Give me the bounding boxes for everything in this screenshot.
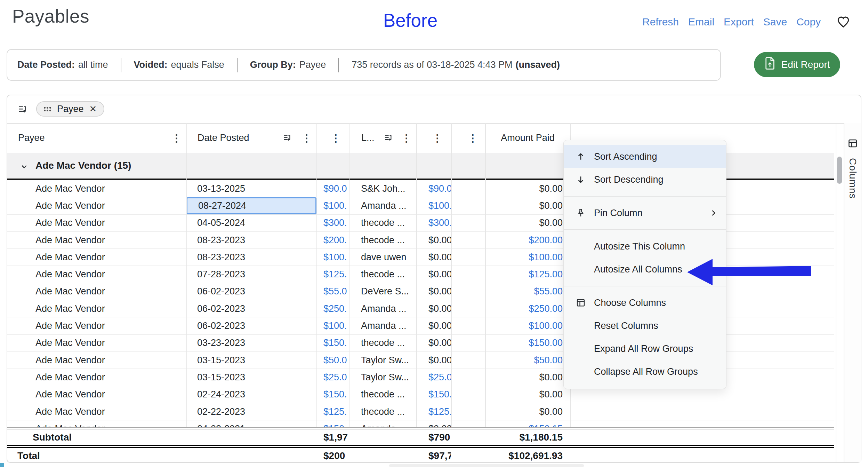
horizontal-scrollbar-fragment[interactable] — [389, 464, 584, 467]
vendor-grouped-icon[interactable] — [384, 123, 393, 153]
cell-date-posted[interactable]: 04-05-2024 — [186, 215, 316, 231]
cell-vendor[interactable]: Amanda ... — [349, 420, 416, 427]
cell-vendor[interactable]: thecode ... — [349, 403, 416, 420]
cell-amount-2[interactable]: $100. — [416, 197, 451, 214]
cell-payee[interactable]: Ade Mac Vendor — [35, 352, 182, 369]
menu-item-sort-ascending[interactable]: Sort Ascending — [564, 145, 726, 168]
cell-amount-1[interactable]: $150. — [316, 420, 348, 427]
cell-amount-paid[interactable]: $0.00 — [485, 403, 563, 420]
cell-vendor[interactable]: thecode ... — [349, 232, 416, 248]
cell-date-posted[interactable]: 03-13-2025 — [186, 180, 316, 197]
cell-payee[interactable]: Ade Mac Vendor — [35, 300, 182, 317]
cell-payee[interactable]: Ade Mac Vendor — [35, 403, 182, 420]
cell-date-posted[interactable]: 02-24-2023 — [186, 386, 316, 403]
vertical-scrollbar-track[interactable] — [836, 123, 836, 462]
cell-amount-paid[interactable]: $50.00 — [485, 352, 563, 369]
cell-amount-paid[interactable]: $150.15 — [485, 420, 563, 427]
menu-item-autosize-this-column[interactable]: Autosize This Column — [564, 235, 726, 258]
edit-report-button[interactable]: Edit Report — [754, 52, 840, 77]
cell-payee[interactable]: Ade Mac Vendor — [35, 317, 182, 334]
cell-payee[interactable]: Ade Mac Vendor — [35, 335, 182, 351]
group-chip-payee[interactable]: Payee ✕ — [36, 101, 104, 117]
payee-column-menu-icon[interactable]: ⋮ — [171, 123, 182, 153]
cell-amount-paid[interactable]: $0.00 — [485, 197, 563, 214]
menu-item-reset-columns[interactable]: Reset Columns — [564, 314, 726, 337]
menu-item-collapse-all-row-groups[interactable]: Collapse All Row Groups — [564, 360, 726, 383]
cell-amount-1[interactable]: $300. — [316, 215, 348, 231]
cell-amount-paid[interactable]: $0.00 — [485, 386, 563, 403]
save-link[interactable]: Save — [763, 16, 787, 28]
cell-payee[interactable]: Ade Mac Vendor — [35, 180, 182, 197]
cell-date-posted[interactable]: 03-23-2023 — [186, 335, 316, 351]
cell-amount-1[interactable]: $100. — [316, 249, 348, 266]
hidden-column-menu-icon[interactable]: ⋮ — [468, 123, 478, 153]
refresh-link[interactable]: Refresh — [642, 16, 679, 28]
cell-amount-paid[interactable]: $100.00 — [485, 249, 563, 266]
cell-amount-2[interactable]: $0.00 — [416, 335, 451, 351]
cell-amount-2[interactable]: $90.0 — [416, 180, 451, 197]
cell-amount-paid[interactable]: $0.00 — [485, 180, 563, 197]
cell-vendor[interactable]: thecode ... — [349, 266, 416, 283]
cell-date-posted[interactable]: 03-15-2023 — [186, 352, 316, 369]
cell-amount-paid[interactable]: $0.00 — [485, 215, 563, 231]
table-row[interactable]: Ade Mac Vendor 02-22-2023 $125. thecode … — [7, 403, 834, 420]
cell-amount-1[interactable]: $100. — [316, 197, 348, 214]
cell-amount-1[interactable]: $200. — [316, 232, 348, 248]
cell-amount-paid[interactable]: $150.00 — [485, 335, 563, 351]
cell-date-posted[interactable]: 07-28-2023 — [186, 266, 316, 283]
cell-amount-1[interactable]: $50.0 — [316, 352, 348, 369]
email-link[interactable]: Email — [688, 16, 714, 28]
cell-vendor[interactable]: thecode ... — [349, 215, 416, 231]
amount2-column-menu-icon[interactable]: ⋮ — [432, 123, 442, 153]
vertical-scrollbar-thumb[interactable] — [837, 157, 842, 184]
cell-date-posted[interactable]: 04-02-2021 — [186, 420, 316, 427]
cell-payee[interactable]: Ade Mac Vendor — [35, 369, 182, 386]
cell-amount-1[interactable]: $90.0 — [316, 180, 348, 197]
remove-group-icon[interactable]: ✕ — [89, 104, 97, 114]
cell-amount-2[interactable]: $0.00 — [416, 420, 451, 427]
date-column-menu-icon[interactable]: ⋮ — [302, 123, 312, 153]
cell-amount-1[interactable]: $100. — [316, 317, 348, 334]
cell-amount-1[interactable]: $250. — [316, 300, 348, 317]
cell-amount-2[interactable]: $300. — [416, 215, 451, 231]
cell-amount-paid[interactable]: $0.00 — [485, 369, 563, 386]
cell-amount-1[interactable]: $150. — [316, 335, 348, 351]
cell-amount-2[interactable]: $125. — [416, 403, 451, 420]
cell-amount-2[interactable]: $0.00 — [416, 300, 451, 317]
cell-vendor[interactable]: Amanda ... — [349, 197, 416, 214]
cell-amount-2[interactable]: $150. — [416, 386, 451, 403]
cell-vendor[interactable]: DeVere S... — [349, 283, 416, 300]
cell-amount-2[interactable]: $25.0 — [416, 369, 451, 386]
cell-date-posted[interactable]: 02-22-2023 — [186, 403, 316, 420]
cell-date-posted[interactable]: 06-02-2023 — [186, 300, 316, 317]
header-payee[interactable]: Payee — [18, 123, 45, 153]
cell-amount-2[interactable]: $0.00 — [416, 283, 451, 300]
amount-column-menu-icon[interactable]: ⋮ — [331, 123, 341, 153]
cell-payee[interactable]: Ade Mac Vendor — [35, 386, 182, 403]
cell-amount-2[interactable]: $0.00 — [416, 266, 451, 283]
selected-cell-date[interactable]: 08-27-2024 — [186, 197, 316, 214]
cell-amount-1[interactable]: $150. — [316, 386, 348, 403]
cell-amount-2[interactable]: $0.00 — [416, 232, 451, 248]
cell-amount-paid[interactable]: $55.00 — [485, 283, 563, 300]
vendor-column-menu-icon[interactable]: ⋮ — [401, 123, 411, 153]
cell-amount-paid[interactable]: $125.00 — [485, 266, 563, 283]
cell-amount-2[interactable]: $0.00 — [416, 249, 451, 266]
header-amount-paid[interactable]: Amount Paid — [485, 123, 570, 153]
header-vendor-truncated[interactable]: L... — [361, 123, 375, 153]
cell-amount-paid[interactable]: $250.00 — [485, 300, 563, 317]
cell-vendor[interactable]: Amanda ... — [349, 300, 416, 317]
table-row[interactable]: Ade Mac Vendor 04-02-2021 $150. Amanda .… — [7, 420, 834, 427]
cell-amount-1[interactable]: $25.0 — [316, 369, 348, 386]
menu-item-pin-column[interactable]: Pin Column — [564, 201, 726, 224]
cell-amount-1[interactable]: $125. — [316, 403, 348, 420]
drag-handle-icon[interactable] — [44, 107, 46, 109]
cell-date-posted[interactable]: 08-23-2023 — [186, 232, 316, 248]
chevron-down-icon[interactable] — [20, 162, 29, 173]
cell-amount-paid[interactable]: $100.00 — [485, 317, 563, 334]
cell-vendor[interactable]: Amanda ... — [349, 317, 416, 334]
cell-payee[interactable]: Ade Mac Vendor — [35, 249, 182, 266]
cell-vendor[interactable]: thecode ... — [349, 386, 416, 403]
menu-item-expand-all-row-groups[interactable]: Expand All Row Groups — [564, 337, 726, 360]
cell-vendor[interactable]: thecode ... — [349, 335, 416, 351]
